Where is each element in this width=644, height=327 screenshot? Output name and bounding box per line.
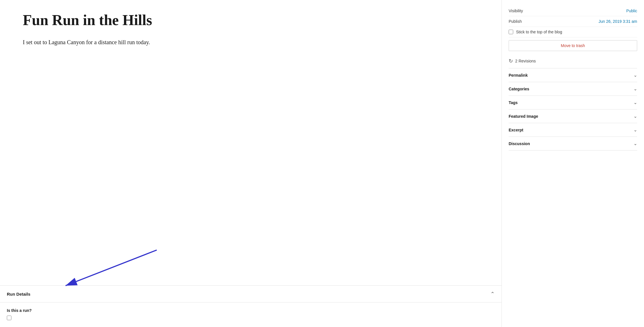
accordion-header-excerpt[interactable]: Excerpt ⌄ bbox=[509, 123, 637, 137]
visibility-label: Visibility bbox=[509, 9, 523, 13]
publish-value[interactable]: Jun 26, 2019 3:31 am bbox=[599, 19, 637, 24]
accordion-header-permalink[interactable]: Permalink ⌄ bbox=[509, 68, 637, 82]
accordion-header-categories[interactable]: Categories ⌄ bbox=[509, 82, 637, 96]
chevron-down-featured-image-icon: ⌄ bbox=[633, 113, 637, 119]
revisions-icon: ↻ bbox=[509, 58, 513, 64]
accordion-item-categories: Categories ⌄ bbox=[509, 82, 637, 96]
accordion-item-excerpt: Excerpt ⌄ bbox=[509, 123, 637, 137]
chevron-down-categories-icon: ⌄ bbox=[633, 86, 637, 92]
move-to-trash-button[interactable]: Move to trash bbox=[509, 40, 637, 51]
is-this-a-run-label: Is this a run? bbox=[7, 308, 495, 313]
publish-row: Publish Jun 26, 2019 3:31 am bbox=[509, 16, 637, 27]
meta-panel-title: Run Details bbox=[7, 292, 30, 296]
accordion-header-featured-image[interactable]: Featured Image ⌄ bbox=[509, 109, 637, 123]
content-wrapper: Fun Run in the Hills I set out to Laguna… bbox=[0, 0, 502, 327]
chevron-down-tags-icon: ⌄ bbox=[633, 100, 637, 105]
accordion-header-discussion[interactable]: Discussion ⌄ bbox=[509, 137, 637, 150]
meta-panel-header[interactable]: Run Details ⌃ bbox=[0, 286, 502, 302]
accordion-item-permalink: Permalink ⌄ bbox=[509, 68, 637, 82]
stick-to-top-row: Stick to the top of the blog bbox=[509, 27, 637, 37]
accordion-list: Permalink ⌄ Categories ⌄ Tags ⌄ Featured… bbox=[509, 68, 637, 151]
accordion-header-tags[interactable]: Tags ⌄ bbox=[509, 96, 637, 109]
publish-label: Publish bbox=[509, 19, 522, 24]
meta-panel: Run Details ⌃ Is this a run? bbox=[0, 285, 502, 327]
revisions-text: 2 Revisions bbox=[515, 59, 536, 63]
is-this-a-run-checkbox[interactable] bbox=[7, 316, 11, 320]
scrollable-area: Fun Run in the Hills I set out to Laguna… bbox=[0, 0, 502, 327]
stick-to-top-label: Stick to the top of the blog bbox=[516, 30, 562, 34]
visibility-row: Visibility Public bbox=[509, 6, 637, 16]
chevron-down-excerpt-icon: ⌄ bbox=[633, 127, 637, 133]
accordion-item-featured-image: Featured Image ⌄ bbox=[509, 109, 637, 123]
post-title[interactable]: Fun Run in the Hills bbox=[23, 11, 479, 29]
sidebar: Visibility Public Publish Jun 26, 2019 3… bbox=[502, 0, 644, 327]
meta-panel-body: Is this a run? bbox=[0, 302, 502, 327]
stick-to-top-checkbox[interactable] bbox=[509, 30, 513, 34]
visibility-value[interactable]: Public bbox=[626, 9, 637, 13]
revisions-row[interactable]: ↻ 2 Revisions bbox=[509, 54, 637, 68]
accordion-item-tags: Tags ⌄ bbox=[509, 96, 637, 109]
chevron-up-icon: ⌃ bbox=[490, 291, 495, 297]
post-body: I set out to Laguna Canyon for a distanc… bbox=[23, 38, 479, 47]
chevron-down-discussion-icon: ⌄ bbox=[633, 141, 637, 146]
chevron-down-permalink-icon: ⌄ bbox=[633, 72, 637, 78]
accordion-item-discussion: Discussion ⌄ bbox=[509, 137, 637, 151]
